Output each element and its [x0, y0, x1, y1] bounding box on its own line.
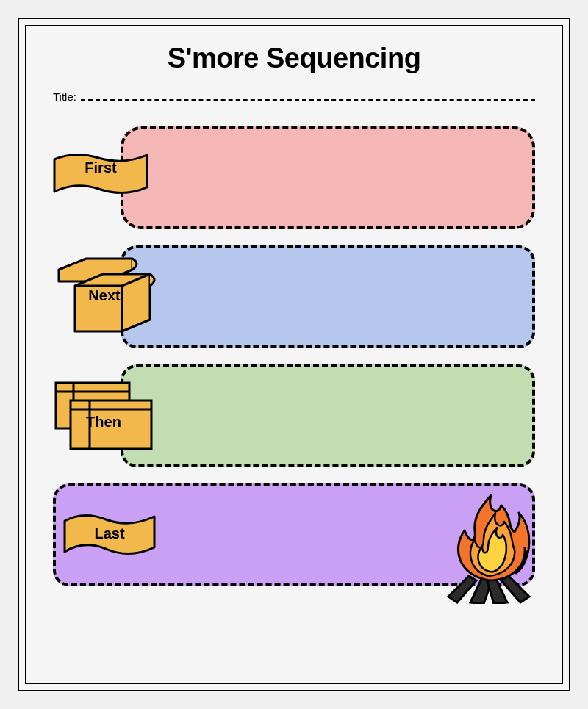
step-tag-last: Last: [63, 512, 156, 558]
page-outer-frame: S'more Sequencing Title: First: [18, 18, 570, 691]
step-label-last: Last: [63, 525, 156, 542]
worksheet-title: S'more Sequencing: [53, 43, 535, 74]
step-label-first: First: [53, 159, 148, 176]
step-label-then: Then: [53, 414, 154, 431]
step-next: Next: [53, 245, 535, 348]
step-tag-then: Then: [53, 380, 154, 452]
title-field-line[interactable]: [81, 92, 535, 101]
step-first: First: [53, 126, 535, 229]
step-tag-first: First: [53, 149, 148, 198]
steps-container: First Next: [53, 126, 535, 586]
step-box-first[interactable]: [121, 126, 535, 229]
campfire-icon: [434, 486, 544, 604]
step-then: Then: [53, 364, 535, 467]
step-label-next: Next: [53, 287, 156, 304]
step-box-then[interactable]: [121, 364, 535, 467]
step-tag-next: Next: [53, 256, 156, 337]
step-last: Last: [53, 483, 535, 586]
title-field-row: Title:: [53, 90, 535, 103]
step-box-next[interactable]: [121, 245, 535, 348]
title-field-label: Title:: [53, 90, 76, 103]
page-inner-frame: S'more Sequencing Title: First: [25, 25, 563, 684]
